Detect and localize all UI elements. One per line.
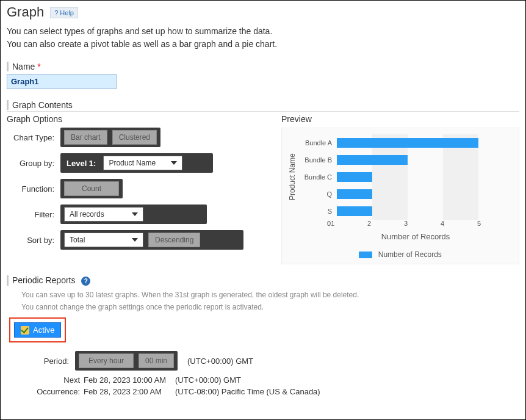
divider <box>7 111 519 112</box>
next-datetime: Feb 28, 2023 10:00 AM <box>84 375 175 385</box>
chart-bar-row: S <box>297 203 514 220</box>
sort-select-value: Total <box>70 236 85 244</box>
chart-xtick: 4 <box>441 220 477 227</box>
chevron-down-icon <box>132 212 138 216</box>
active-button-label: Active <box>33 325 54 335</box>
sort-select[interactable]: Total <box>64 233 143 247</box>
next-label: Next <box>29 375 84 385</box>
occurrence-timezone: (UTC-08:00) Pacific Time (US & Canada) <box>175 387 519 396</box>
chart-bar-row: Q <box>297 186 514 203</box>
chart-bar-row: Bundle A <box>297 134 514 151</box>
name-label: Name <box>12 62 35 71</box>
period-group: Every hour 00 min <box>75 351 178 371</box>
intro-line-2: You can also create a pivot table as wel… <box>7 38 519 51</box>
preview-panel: Preview Product Name Bundle ABundle BBun… <box>281 114 519 264</box>
required-marker: * <box>37 62 40 71</box>
active-button[interactable]: Active <box>14 322 61 338</box>
period-label: Period: <box>21 357 69 366</box>
graph-settings-window: Graph ? Help You can select types of gra… <box>0 0 526 420</box>
help-button[interactable]: ? Help <box>50 7 78 18</box>
chart-category-label: Q <box>297 190 332 198</box>
chart-bar <box>337 206 372 216</box>
graph-options-heading: Graph Options <box>7 114 269 124</box>
chart-bar <box>337 155 408 165</box>
chart-xtick: 2 <box>367 220 404 227</box>
periodic-heading: Periodic Reports <box>12 275 76 285</box>
function-label: Function: <box>7 184 60 194</box>
page-title: Graph <box>7 4 44 20</box>
preview-heading: Preview <box>281 114 519 124</box>
intro-line-1: You can select types of graphs and set u… <box>7 25 519 38</box>
function-count-button[interactable]: Count <box>64 181 119 196</box>
product-name-select-value: Product Name <box>109 159 156 167</box>
legend-swatch <box>359 252 372 258</box>
period-timezone: (UTC+00:00) GMT <box>187 357 253 366</box>
graph-options-panel: Graph Options Chart Type: Bar chart Clus… <box>7 114 269 264</box>
level1-label: Level 1: <box>64 159 98 168</box>
periodic-heading-row: Periodic Reports ? <box>7 275 519 286</box>
chart-bar <box>337 189 372 199</box>
chart-preview: Product Name Bundle ABundle BBundle CQS … <box>281 128 519 264</box>
chart-type-label: Chart Type: <box>7 133 60 142</box>
period-minutes-button[interactable]: 00 min <box>139 353 174 368</box>
sort-direction-button[interactable]: Descending <box>148 233 200 247</box>
chart-bar <box>337 138 478 148</box>
chart-xtick: 1 <box>331 220 367 227</box>
chart-category-label: Bundle B <box>297 156 332 164</box>
chart-category-label: S <box>297 208 332 215</box>
periodic-note-2: You cannot change the graph settings onc… <box>21 302 519 313</box>
product-name-select[interactable]: Product Name <box>103 156 182 170</box>
name-label-row: Name * <box>7 62 519 71</box>
chart-xlabel: Number of Records <box>317 232 514 241</box>
legend-text: Number of Records <box>378 250 442 259</box>
header: Graph ? Help <box>7 4 519 21</box>
periodic-note-1: You can save up to 30 latest graphs. Whe… <box>21 289 519 300</box>
chart-type-group: Bar chart Clustered <box>60 128 160 147</box>
chart-bar-row: Bundle C <box>297 168 514 186</box>
chart-xtick: 5 <box>477 220 514 227</box>
filter-label: Filter: <box>7 210 60 219</box>
chart-legend: Number of Records <box>287 250 514 259</box>
filter-select[interactable]: All records <box>64 207 143 222</box>
periodic-reports-section: Periodic Reports ? You can save up to 30… <box>7 275 519 396</box>
chart-xtick: 3 <box>404 220 441 227</box>
name-input[interactable] <box>7 74 117 89</box>
active-highlight: Active <box>9 317 66 342</box>
occurrence-datetime: Feb 28, 2023 2:00 AM <box>84 387 175 396</box>
next-timezone: (UTC+00:00) GMT <box>175 375 519 385</box>
filter-select-value: All records <box>70 210 104 219</box>
sort-by-label: Sort by: <box>7 236 60 245</box>
chart-category-label: Bundle A <box>297 139 332 147</box>
chart-ylabel: Product Name <box>287 134 297 220</box>
group-by-group: Level 1: Product Name <box>60 153 213 173</box>
intro-text: You can select types of graphs and set u… <box>7 25 519 51</box>
occurrence-label: Occurrence: <box>29 387 84 396</box>
chart-type-clustered-button[interactable]: Clustered <box>112 130 157 145</box>
chart-type-barchart-button[interactable]: Bar chart <box>64 130 107 145</box>
sort-by-group: Total Descending <box>60 230 243 250</box>
occurrence-grid: Next Feb 28, 2023 10:00 AM (UTC+00:00) G… <box>29 375 519 396</box>
period-frequency-button[interactable]: Every hour <box>79 353 134 368</box>
chart-category-label: Bundle C <box>297 173 332 181</box>
group-by-label: Group by: <box>7 159 60 168</box>
chevron-down-icon <box>132 238 138 242</box>
help-icon[interactable]: ? <box>81 277 90 286</box>
chevron-down-icon <box>171 161 177 165</box>
chart-bar <box>337 172 372 182</box>
check-icon <box>21 326 29 335</box>
name-field: Name * <box>7 62 519 89</box>
graph-contents-heading: Graph Contents <box>7 100 519 110</box>
chart-bar-row: Bundle B <box>297 151 514 168</box>
filter-group: All records <box>60 205 207 224</box>
function-group: Count <box>60 179 123 198</box>
